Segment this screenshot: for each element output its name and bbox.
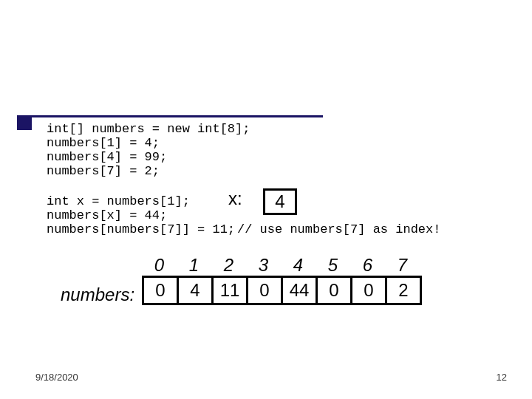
x-label: x:	[228, 188, 242, 209]
array-cell: 0	[144, 278, 179, 303]
array-diagram: numbers: 01234567 0411044002	[61, 255, 422, 305]
array-label: numbers:	[61, 284, 134, 305]
array-cell: 11	[214, 278, 248, 303]
array-cell: 0	[248, 278, 283, 303]
array-cells: 0411044002	[142, 276, 422, 305]
index-cell: 2	[211, 255, 246, 276]
index-row: 01234567	[142, 255, 422, 276]
code-comment: // use numbers[7] as index!	[237, 222, 440, 236]
title-rule	[17, 115, 323, 117]
title-bullet	[17, 115, 32, 130]
code-block-2: int x = numbers[1]; numbers[x] = 44; num…	[47, 194, 235, 236]
page-number: 12	[497, 372, 507, 383]
array-cell: 44	[283, 278, 318, 303]
array-cell: 0	[318, 278, 352, 303]
index-cell: 5	[316, 255, 350, 276]
index-cell: 1	[177, 255, 211, 276]
array-cell: 2	[387, 278, 420, 303]
array-cell: 0	[352, 278, 387, 303]
code-block-1: int[] numbers = new int[8]; numbers[1] =…	[47, 122, 250, 178]
index-cell: 6	[350, 255, 385, 276]
array-cell: 4	[179, 278, 214, 303]
index-cell: 7	[385, 255, 420, 276]
x-value-box: 4	[263, 188, 297, 215]
footer-date: 9/18/2020	[35, 372, 78, 383]
index-cell: 3	[246, 255, 281, 276]
index-cell: 0	[142, 255, 177, 276]
index-cell: 4	[281, 255, 316, 276]
